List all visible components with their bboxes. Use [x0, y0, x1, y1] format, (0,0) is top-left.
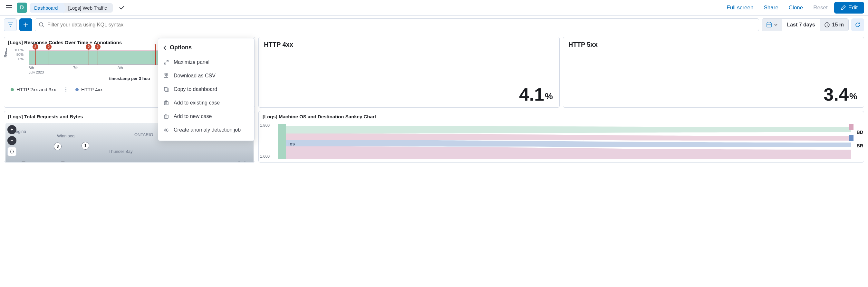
filter-icon: [8, 23, 13, 27]
svg-rect-6: [164, 102, 168, 105]
plus-icon: [24, 23, 28, 27]
map-controls: + −: [7, 125, 17, 156]
map-place-label: Bismarck: [34, 162, 52, 163]
clone-link[interactable]: Clone: [785, 3, 807, 13]
popover-title: Options: [170, 44, 192, 51]
edit-label: Edit: [848, 4, 858, 11]
pencil-icon: [841, 5, 846, 10]
metric-unit: %: [849, 91, 857, 102]
metric-unit: %: [545, 91, 553, 102]
crosshair-icon: [10, 149, 14, 154]
reset-link: Reset: [809, 3, 831, 13]
y-ticks: 100% 50% 0%: [13, 48, 24, 61]
panel-title: [Logs] Machine OS and Destination Sankey…: [262, 114, 376, 119]
breadcrumb-dashboard[interactable]: Dashboard: [30, 3, 63, 12]
hamburger-icon: [6, 5, 12, 10]
legend-dot-icon: [11, 88, 14, 91]
case-icon: [163, 100, 169, 106]
popover-item-label: Add to new case: [174, 114, 212, 119]
app-badge[interactable]: D: [17, 3, 27, 13]
refresh-interval[interactable]: 15 m: [820, 19, 848, 31]
sankey-chart[interactable]: 1,800 1,600 ios BD BR: [259, 122, 864, 161]
map-place-label: Québe: [238, 161, 250, 163]
svg-rect-5: [164, 87, 167, 91]
sankey-ytick: 1,800: [260, 123, 270, 128]
panel-title: [Logs] Total Requests and Bytes: [8, 114, 83, 119]
map-cluster-marker[interactable]: 3: [54, 143, 62, 150]
popover-item-add-to-new-case[interactable]: Add to new case: [158, 110, 254, 123]
popover-item-label: Create anomaly detection job: [174, 127, 241, 133]
metric-value: 4.1: [519, 85, 544, 104]
menu-toggle[interactable]: [4, 3, 14, 13]
annotation-badge[interactable]: 2: [95, 44, 100, 50]
edit-button[interactable]: Edit: [834, 2, 864, 13]
popover-item-label: Maximize panel: [174, 59, 210, 65]
annotation-badge[interactable]: 2: [33, 44, 38, 50]
svg-point-9: [165, 129, 167, 131]
search-icon: [39, 22, 44, 27]
sankey-ytick: 1,600: [260, 154, 270, 159]
panel-options-popover: Options Maximize panelDownload as CSVCop…: [158, 38, 254, 141]
full-screen-link[interactable]: Full screen: [723, 3, 757, 13]
map-place-label: Winnipeg: [57, 134, 74, 138]
y-axis-label: Res...: [4, 48, 7, 57]
dashboard-grid: [Logs] Response Codes Over Time + Annota…: [0, 34, 868, 165]
map-place-label: ONTARIO: [134, 132, 153, 137]
copy-icon: [163, 87, 169, 92]
svg-rect-7: [164, 115, 168, 118]
map-cluster-marker[interactable]: 1: [82, 142, 89, 150]
chevron-down-icon: [774, 24, 777, 26]
http-5xx-panel: HTTP 5xx 3.4 %: [563, 37, 864, 108]
annotation-badge[interactable]: 2: [46, 44, 52, 50]
sankey-right-label: BD: [857, 130, 863, 135]
sankey-left-node: [278, 124, 286, 159]
zoom-in-button[interactable]: +: [7, 125, 17, 134]
svg-point-8: [164, 128, 168, 132]
svg-rect-1: [767, 23, 771, 27]
map-place-label: Thunder Bay: [108, 149, 132, 154]
map-place-label: egina: [16, 129, 26, 134]
map-cluster-marker[interactable]: 25: [59, 161, 67, 163]
search-input[interactable]: [48, 22, 755, 28]
popover-item-download-as-csv[interactable]: Download as CSV: [158, 69, 254, 83]
legend-item-2xx3xx[interactable]: HTTP 2xx and 3xx: [11, 87, 56, 92]
share-link[interactable]: Share: [760, 3, 782, 13]
zoom-out-button[interactable]: −: [7, 136, 17, 145]
refresh-button[interactable]: [851, 19, 864, 31]
expand-icon: [163, 60, 169, 65]
legend-item-4xx[interactable]: HTTP 4xx: [75, 87, 102, 92]
svg-point-3: [10, 150, 13, 153]
sankey-panel: [Logs] Machine OS and Destination Sankey…: [258, 111, 864, 163]
query-bar: Last 7 days 15 m: [0, 16, 868, 34]
sankey-right-node: [849, 135, 854, 141]
legend-dot-icon: [75, 88, 79, 91]
popover-item-copy-to-dashboard[interactable]: Copy to dashboard: [158, 83, 254, 96]
panel-title: [Logs] Response Codes Over Time + Annota…: [8, 40, 122, 45]
popover-item-label: Download as CSV: [174, 73, 216, 79]
breadcrumb: Dashboard [Logs] Web Traffic: [30, 3, 113, 12]
date-picker[interactable]: Last 7 days 15 m: [762, 19, 849, 31]
legend-drag-handle[interactable]: [64, 87, 68, 92]
sankey-flows: [286, 124, 851, 159]
popover-back[interactable]: Options: [158, 42, 254, 55]
popover-item-maximize-panel[interactable]: Maximize panel: [158, 55, 254, 69]
calendar-toggle[interactable]: [762, 19, 782, 31]
search-box[interactable]: [35, 19, 759, 31]
add-filter-button[interactable]: [19, 19, 32, 31]
popover-item-label: Copy to dashboard: [174, 86, 217, 92]
map-cluster-marker[interactable]: 20: [20, 161, 27, 163]
popover-item-add-to-existing-case[interactable]: Add to existing case: [158, 96, 254, 110]
check-icon: [119, 6, 124, 10]
svg-point-0: [39, 23, 43, 26]
filter-button[interactable]: [4, 19, 17, 31]
annotation-badge[interactable]: 2: [86, 44, 92, 50]
breadcrumb-chevron[interactable]: [118, 4, 126, 11]
annotation-star-icon[interactable]: *: [154, 44, 156, 49]
case-icon: [163, 114, 169, 119]
download-icon: [163, 73, 169, 78]
date-range-label[interactable]: Last 7 days: [782, 19, 820, 31]
sankey-right-node: [849, 124, 854, 130]
popover-item-create-anomaly-detection-job[interactable]: Create anomaly detection job: [158, 123, 254, 137]
locate-button[interactable]: [7, 147, 17, 156]
panel-title: HTTP 4xx: [259, 37, 559, 52]
